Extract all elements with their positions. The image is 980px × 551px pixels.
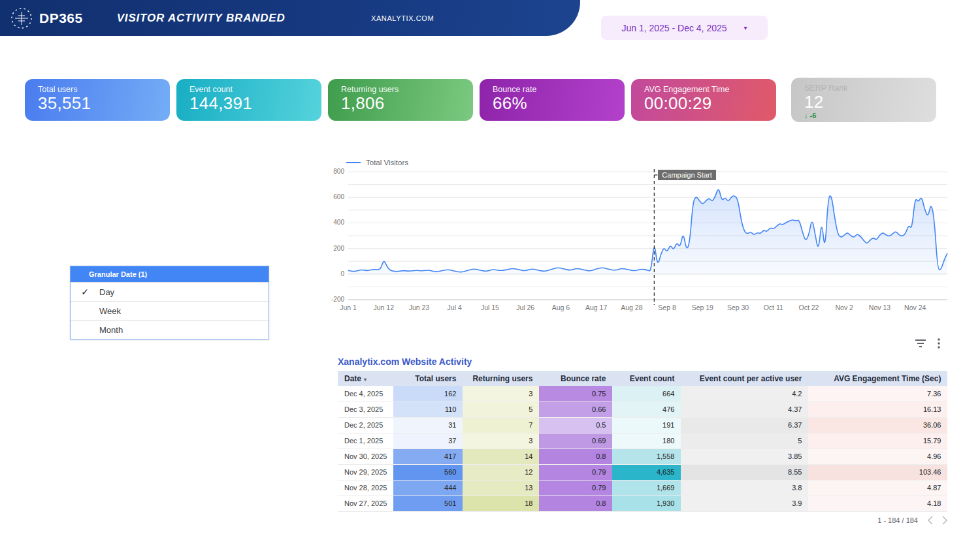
column-header-event-count-per-active-user[interactable]: Event count per active user bbox=[681, 371, 808, 386]
metric-cell: 16.13 bbox=[808, 401, 947, 417]
y-axis-tick-label: 800 bbox=[333, 168, 344, 175]
x-axis-tick-label: Oct 11 bbox=[764, 304, 783, 311]
metric-cell: 14 bbox=[463, 449, 539, 464]
scorecard-row: Total users35,551Event count144,391Retur… bbox=[25, 79, 936, 122]
scorecard-value: 1,806 bbox=[341, 94, 464, 113]
filter-option-week[interactable]: Week bbox=[71, 301, 269, 320]
table-row[interactable]: Dec 1, 20253730.69180515.79 bbox=[338, 433, 947, 449]
x-axis-tick-label: Oct 22 bbox=[799, 304, 819, 311]
x-axis-tick-label: Aug 28 bbox=[621, 304, 642, 311]
metric-cell: 191 bbox=[612, 417, 681, 433]
metric-cell: 444 bbox=[393, 480, 463, 496]
date-cell: Dec 3, 2025 bbox=[338, 401, 393, 417]
x-axis-tick-label: Nov 13 bbox=[869, 304, 890, 311]
column-header-total-users[interactable]: Total users bbox=[393, 371, 463, 386]
metric-cell: 501 bbox=[393, 496, 463, 511]
metric-cell: 3.8 bbox=[681, 480, 808, 496]
metric-cell: 1,669 bbox=[612, 480, 681, 496]
metric-cell: 560 bbox=[393, 464, 463, 480]
filter-option-day[interactable]: ✓Day bbox=[71, 282, 269, 301]
column-header-returning-users[interactable]: Returning users bbox=[463, 371, 539, 386]
visitors-chart: Total Visitors -2000200400600800Jun 1Jun… bbox=[330, 157, 956, 317]
filter-icon[interactable] bbox=[915, 339, 927, 348]
metric-cell: 5 bbox=[681, 433, 808, 449]
chart-legend: Total Visitors bbox=[346, 157, 956, 168]
metric-cell: 476 bbox=[612, 401, 681, 417]
date-range-label: Jun 1, 2025 - Dec 4, 2025 bbox=[621, 23, 727, 33]
metric-cell: 15.79 bbox=[808, 433, 947, 449]
pagination-label: 1 - 184 / 184 bbox=[877, 516, 918, 524]
x-axis-tick-label: Jul 15 bbox=[481, 304, 499, 311]
metric-cell: 6.37 bbox=[681, 417, 808, 433]
y-axis-tick-label: 600 bbox=[333, 193, 344, 200]
column-header-event-count[interactable]: Event count bbox=[612, 371, 681, 386]
column-header-date[interactable]: Date▾ bbox=[338, 371, 393, 386]
next-page-icon[interactable] bbox=[942, 516, 948, 525]
metric-cell: 110 bbox=[393, 401, 463, 417]
metric-cell: 0.79 bbox=[539, 464, 612, 480]
metric-cell: 0.5 bbox=[539, 417, 612, 433]
column-header-avg-engagement-time-sec-[interactable]: AVG Engagement Time (Sec) bbox=[808, 371, 947, 386]
metric-cell: 4,635 bbox=[612, 464, 681, 480]
metric-cell: 3.9 bbox=[681, 496, 808, 511]
date-cell: Dec 1, 2025 bbox=[338, 433, 393, 449]
x-axis-tick-label: Jun 12 bbox=[373, 304, 394, 311]
legend-label: Total Visitors bbox=[366, 159, 408, 166]
filter-option-label: Week bbox=[99, 306, 121, 316]
kebab-menu-icon[interactable] bbox=[938, 338, 940, 349]
x-axis-tick-label: Sep 19 bbox=[692, 304, 713, 311]
metric-cell: 12 bbox=[463, 464, 539, 480]
y-axis-tick-label: -200 bbox=[331, 296, 344, 303]
metric-cell: 0.8 bbox=[539, 449, 612, 464]
metric-cell: 4.87 bbox=[808, 480, 947, 496]
column-header-bounce-rate[interactable]: Bounce rate bbox=[539, 371, 612, 386]
scorecard-total-users: Total users35,551 bbox=[25, 79, 170, 121]
metric-cell: 3 bbox=[463, 386, 539, 401]
metric-cell: 664 bbox=[612, 386, 681, 401]
metric-cell: 0.8 bbox=[539, 496, 612, 511]
x-axis-tick-label: Jul 26 bbox=[516, 304, 534, 311]
x-axis-tick-label: Sep 8 bbox=[658, 304, 676, 311]
table-row[interactable]: Dec 4, 202516230.756644.27.36 bbox=[338, 386, 947, 401]
sort-descending-icon: ▾ bbox=[364, 377, 367, 383]
table-row[interactable]: Nov 30, 2025417140.81,5583.854.96 bbox=[338, 449, 947, 464]
metric-cell: 180 bbox=[612, 433, 681, 449]
date-cell: Nov 30, 2025 bbox=[338, 449, 393, 464]
table-row[interactable]: Nov 27, 2025501180.81,9303.94.18 bbox=[338, 496, 947, 511]
scorecard-value: 66% bbox=[493, 94, 615, 113]
metric-cell: 0.66 bbox=[539, 401, 612, 417]
table-row[interactable]: Dec 2, 20253170.51916.3736.06 bbox=[338, 417, 947, 433]
metric-cell: 162 bbox=[393, 386, 463, 401]
scorecard-value: 144,391 bbox=[189, 94, 312, 113]
chevron-down-icon: ▾ bbox=[744, 24, 747, 31]
metric-cell: 31 bbox=[393, 417, 463, 433]
scorecard-value: 00:00:29 bbox=[644, 94, 767, 113]
y-axis-tick-label: 400 bbox=[333, 219, 344, 226]
table-title: Xanalytix.com Website Activity bbox=[338, 356, 952, 367]
metric-cell: 18 bbox=[463, 496, 539, 511]
date-cell: Dec 2, 2025 bbox=[338, 417, 393, 433]
previous-page-icon[interactable] bbox=[927, 516, 933, 525]
x-axis-tick-label: Jun 1 bbox=[340, 304, 357, 311]
scorecard-label: SERP Rank bbox=[804, 84, 927, 93]
metric-cell: 4.37 bbox=[681, 401, 808, 417]
filter-option-month[interactable]: Month bbox=[71, 320, 269, 339]
metric-cell: 5 bbox=[463, 401, 539, 417]
granular-date-filter: Granular Date (1) ✓DayWeekMonth bbox=[70, 266, 269, 339]
filter-option-label: Month bbox=[99, 325, 123, 335]
metric-cell: 3 bbox=[463, 433, 539, 449]
table-row[interactable]: Dec 3, 202511050.664764.3716.13 bbox=[338, 401, 947, 417]
scorecard-avg-engagement-time: AVG Engagement Time00:00:29 bbox=[631, 79, 776, 121]
y-axis-tick-label: 0 bbox=[340, 270, 344, 277]
metric-cell: 0.75 bbox=[539, 386, 612, 401]
data-table: Date▾Total usersReturning usersBounce ra… bbox=[338, 371, 947, 512]
metric-cell: 1,930 bbox=[612, 496, 681, 511]
logo: DP365 bbox=[8, 5, 83, 32]
date-range-picker[interactable]: Jun 1, 2025 - Dec 4, 2025 ▾ bbox=[601, 16, 768, 40]
scorecard-label: Total users bbox=[38, 85, 161, 94]
x-axis-tick-label: Jul 4 bbox=[448, 304, 462, 311]
filter-options: ✓DayWeekMonth bbox=[71, 282, 269, 339]
filter-header[interactable]: Granular Date (1) bbox=[71, 266, 269, 282]
table-row[interactable]: Nov 29, 2025560120.794,6358.55103.46 bbox=[338, 464, 947, 480]
table-row[interactable]: Nov 28, 2025444130.791,6693.84.87 bbox=[338, 480, 947, 496]
